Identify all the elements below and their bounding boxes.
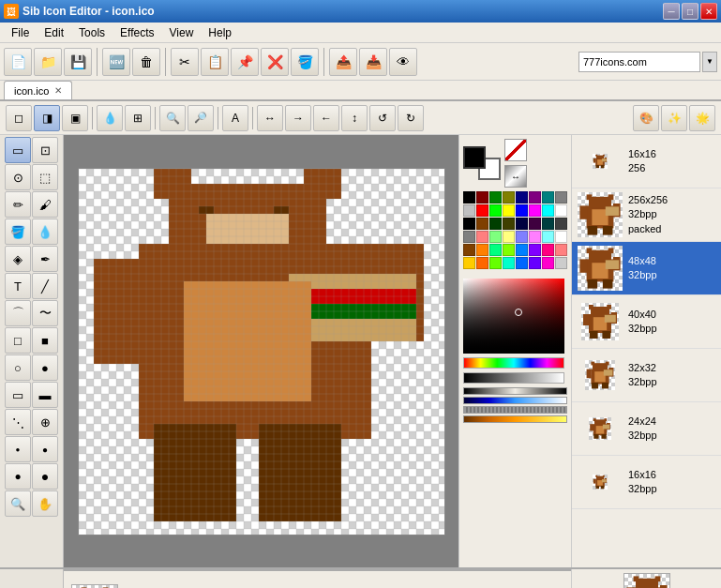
tool-curve[interactable]: ⌒ (5, 300, 31, 326)
color-swatch[interactable] (555, 191, 567, 204)
color-swatch[interactable] (463, 257, 475, 269)
tool-fill[interactable]: 🪣 (5, 219, 31, 245)
color-swatch[interactable] (516, 231, 528, 243)
tool-fill-rounded[interactable]: ▬ (32, 382, 58, 408)
icon-item-2[interactable]: 48x4832bpp (572, 242, 721, 295)
color-swatch[interactable] (476, 231, 488, 243)
flip-v-btn[interactable]: ↕ (341, 105, 368, 131)
color-line-2[interactable] (463, 397, 567, 404)
color-swatch[interactable] (529, 191, 541, 204)
color-swatch[interactable] (476, 244, 488, 256)
color-swatch[interactable] (529, 218, 541, 230)
tab-close-button[interactable]: ✕ (54, 85, 62, 96)
select-custom-btn[interactable]: ▣ (62, 105, 88, 131)
icon-item-0[interactable]: 16x16256 (572, 135, 721, 188)
tool-brush[interactable]: 🖌 (32, 191, 58, 218)
delete-icon-button[interactable]: 🗑 (132, 48, 160, 76)
color-swatch[interactable] (542, 204, 554, 217)
effect-btn3[interactable]: 🌟 (689, 105, 715, 131)
color-line-3[interactable] (463, 406, 567, 414)
tab-icon-ico[interactable]: icon.ico ✕ (4, 81, 72, 99)
tool-zoom[interactable]: 🔍 (5, 490, 31, 517)
export-button[interactable]: 📤 (329, 48, 357, 76)
paste-button[interactable]: 📌 (231, 48, 259, 76)
tool-rect[interactable]: □ (5, 327, 31, 354)
color-swatch[interactable] (463, 218, 475, 230)
color-swatch[interactable] (503, 218, 515, 230)
tool-circle-select[interactable]: ⊙ (5, 164, 31, 190)
tool-color-pick[interactable]: 💧 (32, 219, 58, 245)
tool-ellipse[interactable]: ○ (5, 354, 31, 381)
color-swatch[interactable] (489, 231, 502, 243)
color-swatch[interactable] (516, 218, 528, 230)
color-swatch[interactable] (503, 204, 515, 217)
select-all-btn[interactable]: ◻ (6, 105, 32, 131)
icon-item-3[interactable]: 40x4032bpp (572, 295, 721, 349)
color-swatch[interactable] (489, 244, 502, 256)
tool-size3[interactable]: ● (5, 463, 31, 490)
color-swatch[interactable] (529, 204, 541, 217)
rotate-cw-btn[interactable]: ↻ (398, 105, 424, 131)
tool-bezier[interactable]: 〜 (32, 300, 58, 326)
tool-smudge[interactable]: ✒ (32, 246, 58, 272)
menu-file[interactable]: File (4, 23, 37, 42)
close-button[interactable]: ✕ (700, 3, 717, 20)
new-button[interactable]: 📄 (4, 48, 32, 76)
zoom-in-btn[interactable]: 🔍 (159, 105, 186, 131)
color-swatch[interactable] (555, 218, 567, 230)
url-dropdown[interactable]: ▼ (702, 52, 717, 72)
preview-button[interactable]: 👁 (389, 48, 417, 76)
color-swatch[interactable] (516, 191, 528, 204)
open-button[interactable]: 📁 (34, 48, 62, 76)
color-swatch[interactable] (489, 257, 502, 269)
color-swatch[interactable] (516, 204, 528, 217)
color-swatch[interactable] (463, 191, 475, 204)
tool-select[interactable]: ▭ (5, 137, 31, 163)
fg-color[interactable] (463, 146, 486, 169)
url-input[interactable] (578, 52, 700, 72)
zoom-out-btn[interactable]: 🔎 (188, 105, 214, 131)
color-swatch[interactable] (463, 231, 475, 243)
gray-bar[interactable] (463, 372, 564, 384)
color-swatch[interactable] (503, 231, 515, 243)
canvas-area[interactable] (64, 135, 458, 567)
transparent-button[interactable] (504, 139, 527, 161)
tool-airbrush[interactable]: ⋱ (5, 409, 31, 435)
new-icon-button[interactable]: 🆕 (102, 48, 130, 76)
menu-view[interactable]: View (162, 23, 202, 42)
color-swatch[interactable] (542, 231, 554, 243)
icon-item-5[interactable]: 24x2432bpp (572, 402, 721, 456)
effect-btn2[interactable]: ✨ (661, 105, 687, 131)
select-rect-btn[interactable]: ◨ (34, 105, 60, 131)
color-line-4[interactable] (463, 415, 567, 423)
color-swatch[interactable] (516, 244, 528, 256)
color-swatch[interactable] (542, 244, 554, 256)
color-swatch[interactable] (476, 191, 488, 204)
tool-text[interactable]: T (5, 273, 31, 299)
effect-btn1[interactable]: 🎨 (633, 105, 659, 131)
import-button[interactable]: 📥 (359, 48, 387, 76)
tool-stamp[interactable]: ⊕ (32, 409, 58, 435)
gradient-picker[interactable] (463, 279, 564, 354)
text-btn[interactable]: A (222, 105, 248, 131)
tool-size1[interactable]: ● (5, 436, 31, 462)
tool-line[interactable]: ╱ (32, 273, 58, 299)
flip-h-btn[interactable]: ↔ (257, 105, 283, 131)
icon-item-6[interactable]: 16x1632bpp (572, 456, 721, 509)
color-swatch[interactable] (516, 257, 528, 269)
menu-edit[interactable]: Edit (37, 23, 71, 42)
tool-hand[interactable]: ✋ (32, 490, 58, 517)
color-line-1[interactable] (463, 387, 567, 395)
icon-item-4[interactable]: 32x3232bpp (572, 349, 721, 402)
color-swatch[interactable] (542, 191, 554, 204)
minimize-button[interactable]: ─ (663, 3, 680, 20)
color-swatch[interactable] (555, 231, 567, 243)
tool-eraser[interactable]: ◈ (5, 246, 31, 272)
color-swatch[interactable] (555, 244, 567, 256)
grid-btn[interactable]: ⊞ (125, 105, 151, 131)
maximize-button[interactable]: □ (682, 3, 698, 20)
color-swatch[interactable] (476, 218, 488, 230)
color-swatch[interactable] (529, 231, 541, 243)
cut-button[interactable]: ✂ (171, 48, 199, 76)
menu-tools[interactable]: Tools (71, 23, 113, 42)
